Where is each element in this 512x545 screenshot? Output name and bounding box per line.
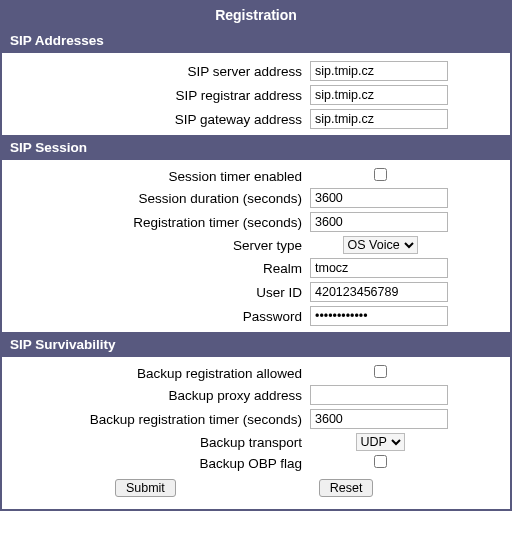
backup-obp-label: Backup OBP flag — [2, 456, 310, 471]
session-duration-label: Session duration (seconds) — [2, 191, 310, 206]
registration-timer-input[interactable] — [310, 212, 448, 232]
sip-gateway-label: SIP gateway address — [2, 112, 310, 127]
reset-button[interactable]: Reset — [319, 479, 374, 497]
section-body-survivability: Backup registration allowed Backup proxy… — [2, 357, 510, 509]
sip-registrar-input[interactable] — [310, 85, 448, 105]
button-row: Submit Reset — [2, 473, 510, 505]
session-timer-enabled-label: Session timer enabled — [2, 169, 310, 184]
server-type-label: Server type — [2, 238, 310, 253]
realm-input[interactable] — [310, 258, 448, 278]
backup-transport-label: Backup transport — [2, 435, 310, 450]
password-label: Password — [2, 309, 310, 324]
realm-label: Realm — [2, 261, 310, 276]
backup-timer-label: Backup registration timer (seconds) — [2, 412, 310, 427]
backup-allowed-checkbox[interactable] — [374, 365, 387, 378]
backup-proxy-input[interactable] — [310, 385, 448, 405]
registration-timer-label: Registration timer (seconds) — [2, 215, 310, 230]
backup-timer-input[interactable] — [310, 409, 448, 429]
backup-obp-checkbox[interactable] — [374, 455, 387, 468]
section-header-addresses: SIP Addresses — [2, 28, 510, 53]
section-header-session: SIP Session — [2, 135, 510, 160]
page-title: Registration — [2, 2, 510, 28]
submit-button[interactable]: Submit — [115, 479, 176, 497]
session-duration-input[interactable] — [310, 188, 448, 208]
section-body-addresses: SIP server address SIP registrar address… — [2, 53, 510, 135]
registration-panel: Registration SIP Addresses SIP server ad… — [0, 0, 512, 511]
server-type-select[interactable]: OS Voice — [343, 236, 418, 254]
backup-transport-select[interactable]: UDP — [356, 433, 405, 451]
backup-allowed-label: Backup registration allowed — [2, 366, 310, 381]
sip-registrar-label: SIP registrar address — [2, 88, 310, 103]
session-timer-enabled-checkbox[interactable] — [374, 168, 387, 181]
password-input[interactable] — [310, 306, 448, 326]
user-id-input[interactable] — [310, 282, 448, 302]
backup-proxy-label: Backup proxy address — [2, 388, 310, 403]
sip-server-label: SIP server address — [2, 64, 310, 79]
section-body-session: Session timer enabled Session duration (… — [2, 160, 510, 332]
sip-gateway-input[interactable] — [310, 109, 448, 129]
user-id-label: User ID — [2, 285, 310, 300]
sip-server-input[interactable] — [310, 61, 448, 81]
section-header-survivability: SIP Survivability — [2, 332, 510, 357]
